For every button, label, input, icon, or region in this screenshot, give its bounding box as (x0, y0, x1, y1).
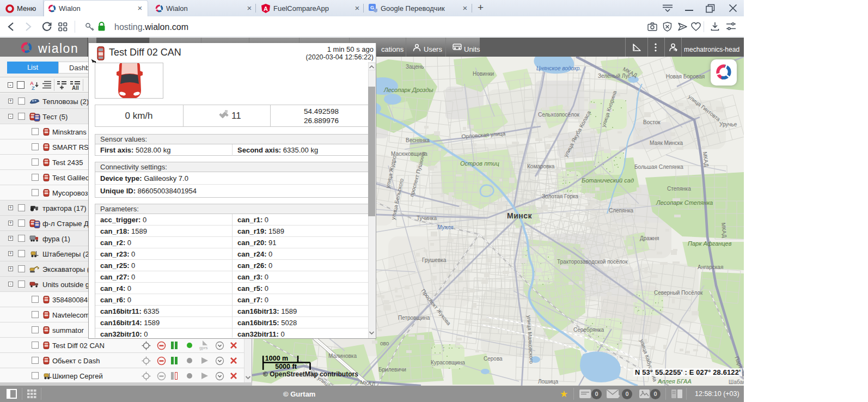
svg-text:Большая Слепянка: Большая Слепянка (634, 164, 683, 170)
svg-text:Комаровка: Комаровка (527, 163, 555, 169)
svg-text:Новая Боровая: Новая Боровая (666, 74, 705, 80)
svg-text:Аллея БГАА: Аллея БГАА (657, 378, 692, 385)
svg-text:Восток: Восток (643, 119, 661, 125)
svg-text:Степянка: Степянка (667, 186, 691, 192)
svg-text:Малиновка: Малиновка (328, 353, 357, 359)
svg-text:Цнянское водохр.: Цнянское водохр. (536, 65, 581, 71)
svg-text:Мухля: Мухля (437, 224, 454, 230)
svg-text:Петровщина: Петровщина (398, 315, 430, 321)
svg-text:Ангарская: Ангарская (698, 264, 723, 270)
svg-text:Тракторозаводской посёлок: Тракторозаводской посёлок (557, 259, 628, 265)
svg-text:Грушевка: Грушевка (422, 257, 447, 263)
svg-text:Ботанический сад: Ботанический сад (582, 177, 634, 184)
svg-text:Дражня: Дражня (640, 235, 659, 241)
svg-text:Серебрянка: Серебрянка (573, 327, 604, 333)
svg-text:Минск: Минск (507, 211, 533, 220)
svg-text:Золотая Горка: Золотая Горка (542, 193, 578, 199)
svg-text:Лошица: Лошица (538, 379, 558, 385)
svg-text:Брилевичи: Брилевичи (378, 367, 406, 373)
svg-text:Z: Z (32, 85, 35, 90)
svg-text:Северный Посёлок: Северный Посёлок (654, 290, 703, 296)
svg-text:Серова: Серова (484, 356, 503, 362)
svg-text:Новинки: Новинки (473, 71, 494, 77)
svg-text:Лесопарк Дрозды: Лесопарк Дрозды (383, 87, 433, 93)
svg-text:Зацень: Зацень (406, 64, 424, 70)
svg-text:Маяк Минска: Маяк Минска (650, 140, 683, 146)
svg-text:Шабан: Шабан (729, 379, 744, 385)
svg-text:Уручье: Уручье (719, 121, 737, 127)
svg-text:Парк Афганцев: Парк Афганцев (688, 240, 732, 247)
svg-text:All: All (72, 85, 79, 90)
svg-text:A: A (264, 5, 268, 12)
svg-text:Остров птиц: Остров птиц (460, 160, 499, 167)
svg-text:Веснянка: Веснянка (406, 137, 430, 143)
svg-text:Тучинка: Тучинка (417, 215, 437, 221)
svg-text:Слепянка: Слепянка (609, 208, 634, 214)
svg-text:ово: ово (380, 340, 389, 346)
svg-text:Лесопарк Степянка: Лесопарк Степянка (656, 199, 713, 206)
svg-text:Курасовщина: Курасовщина (431, 360, 465, 366)
svg-text:G: G (370, 5, 374, 10)
svg-text:Зелёный Луг.: Зелёный Луг. (598, 73, 631, 79)
svg-text:Сельхозпосёлок: Сельхозпосёлок (538, 112, 579, 118)
